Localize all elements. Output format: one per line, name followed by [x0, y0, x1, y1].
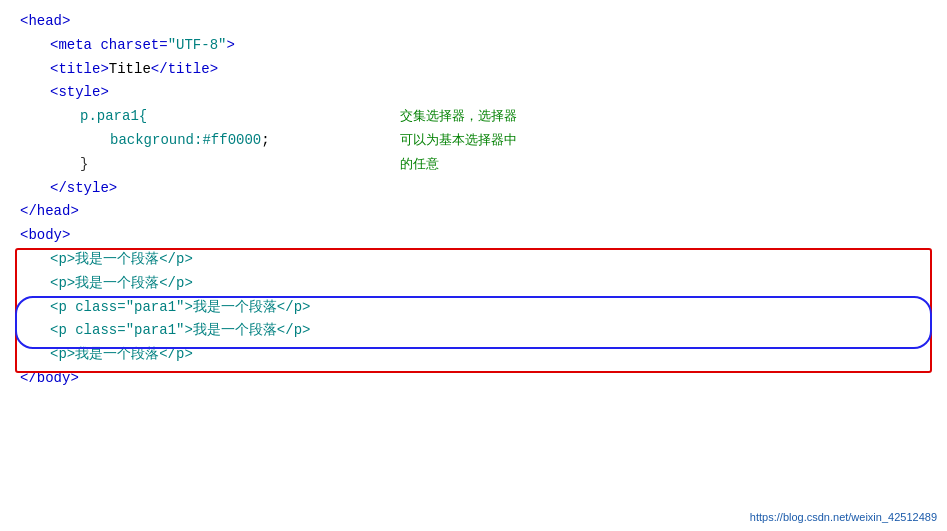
code-line-9: </head> [20, 200, 927, 224]
tag-p-class-1: <p class="para1"> [50, 296, 193, 320]
annotation-line3: 的任意 [400, 153, 439, 175]
code-line-13: <p class="para1">我是一个段落</p> [20, 296, 927, 320]
code-line-10: <body> [20, 224, 927, 248]
code-line-11: <p>我是一个段落</p> [20, 248, 927, 272]
code-line-14: <p class="para1">我是一个段落</p> [20, 319, 927, 343]
tag-body-open: <body> [20, 224, 70, 248]
css-selector: p.para1{ [80, 105, 147, 129]
code-line-1: <head> [20, 10, 927, 34]
code-line-5: p.para1{ 交集选择器，选择器 [20, 105, 927, 129]
tag-style-close: </style> [50, 177, 117, 201]
code-line-12: <p>我是一个段落</p> [20, 272, 927, 296]
tag-style-open: <style> [50, 81, 109, 105]
code-line-15: <p>我是一个段落</p> [20, 343, 927, 367]
css-property: background: [110, 129, 202, 153]
annotation-line2: 可以为基本选择器中 [400, 129, 517, 151]
tag-meta: <meta charset="UTF-8"> [50, 34, 235, 58]
tag-head-close: </head> [20, 200, 79, 224]
code-area: <head> <meta charset="UTF-8"> <title>Tit… [0, 0, 947, 401]
tag-p-class-2: <p class="para1"> [50, 319, 193, 343]
tag-p-3: <p> [50, 343, 75, 367]
code-line-2: <meta charset="UTF-8"> [20, 34, 927, 58]
tag-title: <title> [50, 58, 109, 82]
annotation-line1: 交集选择器，选择器 [400, 105, 517, 127]
tag-p-2: <p> [50, 272, 75, 296]
code-line-16: </body> [20, 367, 927, 391]
code-line-7: } 的任意 [20, 153, 927, 177]
code-line-8: </style> [20, 177, 927, 201]
tag-p-1: <p> [50, 248, 75, 272]
code-line-4: <style> [20, 81, 927, 105]
css-brace-close: } [80, 153, 88, 177]
code-line-6: background:#ff0000; 可以为基本选择器中 [20, 129, 927, 153]
code-line-3: <title>Title</title> [20, 58, 927, 82]
tag-head-open: <head> [20, 10, 70, 34]
watermark: https://blog.csdn.net/weixin_42512489 [750, 511, 937, 523]
tag-body-close: </body> [20, 367, 79, 391]
